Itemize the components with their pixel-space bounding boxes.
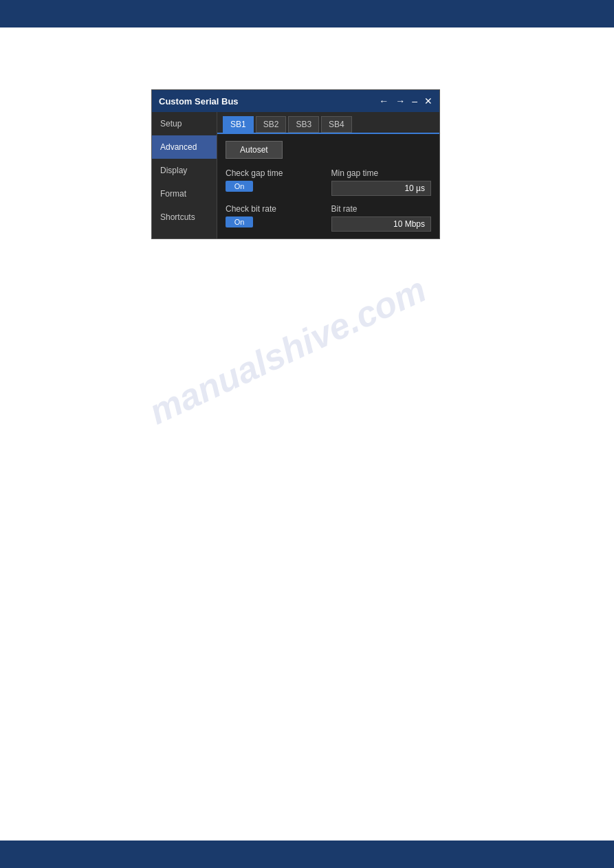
watermark: manualshive.com: [143, 269, 432, 433]
tab-sb4[interactable]: SB4: [321, 116, 352, 133]
sidebar-item-display[interactable]: Display: [152, 159, 217, 182]
forward-button[interactable]: →: [395, 96, 405, 106]
top-bar: [0, 0, 614, 27]
dialog-body: Setup Advanced Display Format Shortcuts …: [152, 112, 439, 238]
minimize-button[interactable]: –: [412, 96, 417, 106]
check-bit-rate-label: Check bit rate: [226, 204, 326, 214]
dialog-titlebar: Custom Serial Bus ← → – ✕: [152, 90, 439, 112]
tab-row: SB1 SB2 SB3 SB4: [217, 112, 439, 134]
bit-rate-value[interactable]: 10 Mbps: [331, 216, 432, 232]
sidebar-item-setup[interactable]: Setup: [152, 112, 217, 135]
check-gap-time-label: Check gap time: [226, 168, 326, 178]
check-gap-time-group: Check gap time On: [226, 168, 326, 196]
min-gap-time-label: Min gap time: [331, 168, 432, 178]
close-button[interactable]: ✕: [424, 96, 432, 106]
back-button[interactable]: ←: [379, 96, 388, 106]
field-grid: Check gap time On Min gap time 10 µs Che…: [226, 168, 431, 232]
check-bit-rate-toggle[interactable]: On: [226, 216, 253, 227]
content-panel: Autoset Check gap time On Min gap time 1…: [217, 134, 439, 238]
check-bit-rate-group: Check bit rate On: [226, 204, 326, 232]
bottom-bar: [0, 841, 614, 868]
check-gap-time-toggle[interactable]: On: [226, 181, 253, 192]
custom-serial-bus-dialog: Custom Serial Bus ← → – ✕ Setup Advanced…: [151, 89, 440, 239]
sidebar-item-advanced[interactable]: Advanced: [152, 135, 217, 159]
sidebar-item-shortcuts[interactable]: Shortcuts: [152, 205, 217, 229]
bit-rate-label: Bit rate: [331, 204, 432, 214]
dialog-title: Custom Serial Bus: [159, 96, 239, 107]
dialog-sidebar: Setup Advanced Display Format Shortcuts: [152, 112, 217, 238]
min-gap-time-group: Min gap time 10 µs: [331, 168, 432, 196]
min-gap-time-value[interactable]: 10 µs: [331, 181, 432, 196]
tab-sb2[interactable]: SB2: [256, 116, 287, 133]
dialog-content: SB1 SB2 SB3 SB4 Autoset Check gap time O…: [217, 112, 439, 238]
tab-sb3[interactable]: SB3: [288, 116, 319, 133]
sidebar-item-format[interactable]: Format: [152, 182, 217, 205]
autoset-button[interactable]: Autoset: [226, 141, 283, 159]
dialog-controls: ← → – ✕: [379, 96, 432, 106]
bit-rate-group: Bit rate 10 Mbps: [331, 204, 432, 232]
autoset-row: Autoset: [226, 141, 431, 159]
tab-sb1[interactable]: SB1: [223, 116, 254, 133]
